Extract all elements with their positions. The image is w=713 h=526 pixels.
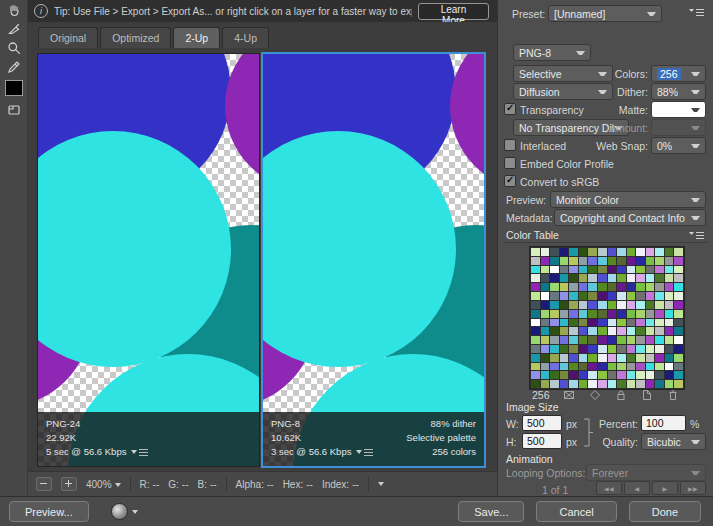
color-swatch[interactable] [636,283,645,291]
color-swatch[interactable] [646,274,655,282]
color-swatch[interactable] [627,310,636,318]
color-swatch[interactable] [588,248,597,256]
color-swatch[interactable] [550,283,559,291]
color-swatch[interactable] [655,345,664,353]
color-swatch[interactable] [569,319,578,327]
color-swatch[interactable] [627,266,636,274]
color-swatch[interactable] [627,274,636,282]
color-swatch[interactable] [598,336,607,344]
color-swatch[interactable] [608,283,617,291]
color-swatch[interactable] [655,266,664,274]
color-swatch[interactable] [627,345,636,353]
color-swatch[interactable] [617,336,626,344]
cancel-button[interactable]: Cancel [536,501,616,522]
color-swatch[interactable] [674,248,683,256]
color-swatch[interactable] [588,274,597,282]
color-swatch[interactable] [588,380,597,388]
color-swatch[interactable] [541,363,550,371]
amount-select[interactable] [651,119,706,136]
color-swatch[interactable] [550,363,559,371]
color-swatch[interactable] [627,319,636,327]
color-swatch[interactable] [598,274,607,282]
tab-original[interactable]: Original [38,27,98,48]
color-swatch[interactable] [655,327,664,335]
color-swatch[interactable] [665,371,674,379]
color-swatch[interactable] [665,283,674,291]
color-swatch[interactable] [608,274,617,282]
color-swatch[interactable] [646,380,655,388]
color-swatch[interactable] [636,274,645,282]
color-swatch[interactable] [598,345,607,353]
color-swatch[interactable] [588,327,597,335]
color-swatch[interactable] [560,380,569,388]
color-swatch[interactable] [627,283,636,291]
palette-select[interactable]: Selective [513,65,613,82]
next-frame-button[interactable]: ▶▶ [680,481,706,495]
color-swatch[interactable] [665,248,674,256]
color-swatch[interactable] [608,363,617,371]
color-swatch[interactable] [541,283,550,291]
color-swatch[interactable] [617,301,626,309]
color-swatch[interactable] [646,257,655,265]
color-swatch[interactable] [617,310,626,318]
color-swatch[interactable] [646,301,655,309]
color-swatch[interactable] [598,327,607,335]
color-swatch[interactable] [674,274,683,282]
color-swatch[interactable] [579,363,588,371]
color-swatch[interactable] [608,354,617,362]
color-swatch[interactable] [636,336,645,344]
toggle-slices-visibility-button[interactable] [0,100,27,119]
color-swatch[interactable] [627,248,636,256]
color-swatch[interactable] [541,380,550,388]
color-swatch[interactable] [636,301,645,309]
color-swatch[interactable] [608,257,617,265]
delete-color-icon[interactable] [666,388,679,401]
colors-select[interactable]: 256 [651,65,706,82]
color-swatch[interactable] [579,310,588,318]
color-swatch[interactable] [550,354,559,362]
color-swatch[interactable] [674,310,683,318]
color-swatch[interactable] [531,319,540,327]
color-swatch[interactable] [588,354,597,362]
tab-optimized[interactable]: Optimized [100,27,171,48]
dither-amount-select[interactable]: 88% [651,83,706,100]
color-swatch[interactable] [588,283,597,291]
color-swatch[interactable] [627,301,636,309]
color-swatch[interactable] [636,327,645,335]
color-swatch[interactable] [655,274,664,282]
color-swatch[interactable] [569,274,578,282]
color-swatch[interactable] [627,380,636,388]
color-swatch[interactable] [674,327,683,335]
color-swatch[interactable] [579,283,588,291]
color-swatch[interactable] [560,345,569,353]
color-swatch[interactable] [646,248,655,256]
color-swatch[interactable] [550,310,559,318]
eyedropper-tool[interactable] [0,57,27,76]
color-swatch[interactable] [569,380,578,388]
preview-select[interactable]: Monitor Color [550,191,706,208]
color-swatch[interactable] [665,363,674,371]
color-swatch[interactable] [531,301,540,309]
matte-swatch-select[interactable] [651,101,706,118]
color-swatch[interactable] [665,257,674,265]
color-swatch[interactable] [588,301,597,309]
color-swatch[interactable] [655,248,664,256]
color-swatch[interactable] [646,319,655,327]
color-swatch[interactable] [541,292,550,300]
color-swatch[interactable] [550,380,559,388]
color-swatch[interactable] [541,371,550,379]
color-swatch[interactable] [617,319,626,327]
transparency-checkbox[interactable] [504,103,516,115]
done-button[interactable]: Done [629,501,701,522]
color-swatch[interactable] [588,363,597,371]
color-swatch[interactable] [579,248,588,256]
preset-select[interactable]: [Unnamed] [548,5,662,22]
color-swatch[interactable] [617,371,626,379]
slice-select-tool[interactable] [0,19,27,38]
color-swatch[interactable] [569,248,578,256]
format-select[interactable]: PNG-8 [513,44,591,61]
color-swatch[interactable] [655,354,664,362]
color-swatch[interactable] [531,336,540,344]
color-swatch[interactable] [646,371,655,379]
color-swatch[interactable] [674,319,683,327]
